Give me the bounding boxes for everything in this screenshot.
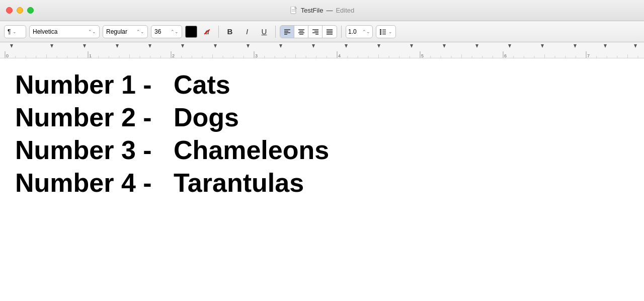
list-button[interactable]: ⌄ [376, 25, 396, 38]
filename: TestFile [301, 7, 324, 14]
paragraph-style-select[interactable]: ¶ ⌄ [4, 25, 26, 38]
line-spacing-chevron-icon: ⌃⌄ [362, 29, 370, 34]
align-left-button[interactable] [280, 26, 294, 38]
close-button[interactable] [6, 7, 13, 14]
svg-rect-22 [380, 31, 381, 33]
font-size-chevron-icon: ⌃⌄ [171, 29, 179, 34]
color-swatch[interactable] [185, 26, 197, 38]
text-color-button[interactable]: a [200, 25, 214, 38]
divider-1 [218, 26, 219, 38]
document-area[interactable]: Number 1 - Cats Number 2 - Dogs Number 3… [0, 58, 644, 301]
doc-line-4: Number 4 - Tarantulas [15, 167, 629, 199]
ruler: 012345678 [0, 42, 644, 58]
paragraph-style-label: ¶ [8, 28, 11, 35]
font-size-label: 36 [154, 28, 161, 35]
alignment-group [280, 25, 337, 38]
window-title: TestFile — Edited [290, 7, 355, 15]
svg-rect-24 [380, 33, 381, 35]
svg-text:0: 0 [6, 53, 9, 58]
bold-label: B [227, 27, 233, 36]
document-icon [290, 7, 298, 15]
svg-text:4: 4 [338, 53, 341, 58]
font-style-label: Regular [106, 28, 127, 35]
line-spacing-select[interactable]: 1.0 ⌃⌄ [346, 25, 373, 38]
edited-label: Edited [336, 7, 354, 14]
font-family-chevron-icon: ⌃⌄ [88, 29, 96, 34]
italic-button[interactable]: I [240, 25, 254, 38]
svg-text:1: 1 [89, 53, 92, 58]
svg-text:5: 5 [421, 53, 424, 58]
divider-3 [341, 26, 342, 38]
svg-rect-20 [380, 29, 381, 31]
svg-rect-26 [0, 42, 644, 58]
doc-line-1: Number 1 - Cats [15, 68, 629, 101]
maximize-button[interactable] [27, 7, 34, 14]
paragraph-chevron-icon: ⌄ [13, 29, 17, 34]
underline-button[interactable]: U [257, 25, 271, 38]
font-family-select[interactable]: Helvetica ⌃⌄ [29, 25, 100, 38]
svg-text:7: 7 [587, 53, 590, 58]
title-separator: — [326, 7, 333, 14]
text-color-icon: a [205, 28, 209, 36]
list-chevron-icon: ⌄ [388, 29, 392, 34]
font-family-label: Helvetica [33, 28, 57, 35]
font-style-chevron-icon: ⌃⌄ [136, 29, 144, 34]
doc-line-3: Number 3 - Chameleons [15, 134, 629, 167]
toolbar: ¶ ⌄ Helvetica ⌃⌄ Regular ⌃⌄ 36 ⌃⌄ a B I … [0, 21, 644, 42]
svg-text:6: 6 [504, 53, 507, 58]
align-center-button[interactable] [294, 26, 308, 38]
align-right-button[interactable] [308, 26, 323, 38]
strikethrough-icon [204, 29, 210, 34]
document-content: Number 1 - Cats Number 2 - Dogs Number 3… [15, 68, 629, 199]
svg-text:2: 2 [172, 53, 175, 58]
line-spacing-label: 1.0 [348, 28, 357, 35]
italic-label: I [246, 27, 248, 36]
bold-button[interactable]: B [223, 25, 237, 38]
font-style-select[interactable]: Regular ⌃⌄ [103, 25, 148, 38]
align-justify-button[interactable] [323, 26, 337, 38]
minimize-button[interactable] [17, 7, 23, 14]
divider-2 [275, 26, 276, 38]
traffic-lights [6, 7, 34, 14]
title-bar: TestFile — Edited [0, 0, 644, 21]
ruler-svg: 012345678 [0, 42, 644, 58]
svg-text:3: 3 [255, 53, 258, 58]
underline-label: U [262, 27, 267, 36]
doc-line-2: Number 2 - Dogs [15, 101, 629, 134]
font-size-select[interactable]: 36 ⌃⌄ [151, 25, 182, 38]
